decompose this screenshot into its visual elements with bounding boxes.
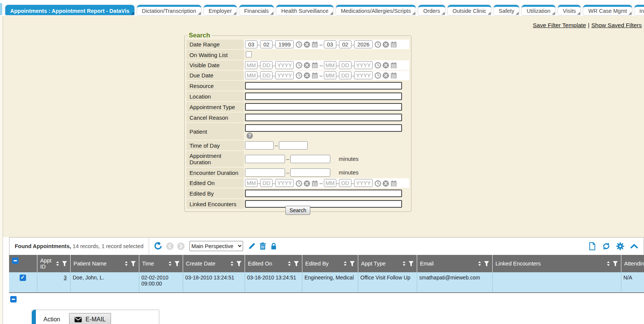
- column-header-edited-by[interactable]: Edited By: [302, 255, 358, 273]
- cancel-reason-input[interactable]: [245, 114, 402, 121]
- column-header-create-date[interactable]: Create Date: [183, 255, 245, 273]
- resource-input[interactable]: [245, 82, 402, 89]
- column-header-attending[interactable]: Attending: [621, 255, 644, 273]
- edited-by-input[interactable]: [245, 190, 402, 197]
- to-month-input[interactable]: [324, 71, 336, 79]
- tab-dictation-transcription[interactable]: Dictation/Transcription: [137, 5, 201, 15]
- tab-wr-case-mgmt[interactable]: WR Case Mgmt: [583, 5, 632, 15]
- clock-icon[interactable]: [296, 62, 302, 69]
- calendar-icon[interactable]: [311, 180, 318, 187]
- duration-max-input[interactable]: [290, 168, 330, 177]
- filter-icon[interactable]: [131, 261, 136, 267]
- calendar-icon[interactable]: [390, 72, 397, 79]
- from-month-input[interactable]: [245, 179, 257, 187]
- delete-icon[interactable]: [259, 242, 267, 250]
- from-year-input[interactable]: [275, 179, 294, 187]
- column-header-linked-encounters[interactable]: Linked Encounters: [492, 255, 621, 273]
- clear-icon[interactable]: [382, 180, 389, 187]
- time-to-input[interactable]: [279, 141, 308, 150]
- patient-input[interactable]: [245, 124, 402, 132]
- sort-icon[interactable]: [478, 261, 482, 267]
- tab-appointments[interactable]: Appointments : Appointment Report - Data…: [5, 5, 134, 15]
- appt-id-link[interactable]: 3: [40, 275, 68, 281]
- sort-icon[interactable]: [343, 261, 347, 267]
- filter-icon[interactable]: [236, 261, 242, 267]
- sort-icon[interactable]: [168, 261, 172, 267]
- column-header-appt-type[interactable]: Appt Type: [358, 255, 417, 273]
- from-day-input[interactable]: [260, 61, 273, 69]
- tab-orders[interactable]: Orders: [418, 5, 445, 15]
- clear-icon[interactable]: [304, 180, 310, 187]
- new-document-icon[interactable]: [588, 242, 596, 250]
- column-header-email[interactable]: Email: [417, 255, 492, 273]
- calendar-icon[interactable]: [311, 72, 318, 79]
- clear-icon[interactable]: [382, 62, 389, 69]
- to-day-input[interactable]: [339, 71, 351, 79]
- tab-medications-allergies-scripts[interactable]: Medications/Allergies/Scripts: [336, 5, 416, 15]
- calendar-icon[interactable]: [311, 41, 318, 48]
- clear-icon[interactable]: [382, 41, 389, 48]
- from-day-input[interactable]: [260, 40, 273, 48]
- filter-icon[interactable]: [294, 261, 299, 267]
- clear-icon[interactable]: [304, 41, 310, 48]
- to-year-input[interactable]: [354, 71, 373, 79]
- calendar-icon[interactable]: [390, 62, 397, 69]
- on-waiting-list-checkbox[interactable]: [246, 51, 252, 57]
- clear-icon[interactable]: [304, 62, 310, 69]
- duration-min-input[interactable]: [245, 168, 285, 177]
- appointment-row[interactable]: 3 Doe, John, L. 02-02-2010 09:00:00 03-1…: [9, 272, 644, 293]
- clear-icon[interactable]: [382, 72, 389, 79]
- sort-icon[interactable]: [55, 261, 60, 267]
- tab-financials[interactable]: Financials: [239, 5, 274, 15]
- tab-industrial-hygiene[interactable]: Industrial Hygiene: [635, 5, 644, 15]
- settings-icon[interactable]: [616, 242, 624, 250]
- save-filter-template-link[interactable]: Save Filter Template: [533, 22, 586, 28]
- tab-utilization[interactable]: Utilization: [522, 5, 555, 15]
- time-from-input[interactable]: [245, 141, 274, 150]
- from-month-input[interactable]: [245, 40, 257, 48]
- from-year-input[interactable]: [275, 40, 294, 48]
- filter-icon[interactable]: [350, 261, 355, 267]
- from-year-input[interactable]: [275, 71, 294, 79]
- column-header-patient-name[interactable]: Patient Name: [70, 255, 139, 273]
- tab-safety[interactable]: Safety: [494, 5, 519, 15]
- clock-icon[interactable]: [374, 180, 381, 187]
- sort-icon[interactable]: [230, 261, 234, 267]
- sort-icon[interactable]: [402, 261, 406, 267]
- perspective-select[interactable]: Main Perspective: [190, 241, 243, 251]
- clear-icon[interactable]: [304, 72, 310, 79]
- column-header-appt-id[interactable]: Appt ID: [37, 255, 70, 273]
- sort-icon[interactable]: [124, 261, 128, 267]
- filter-icon[interactable]: [62, 261, 67, 267]
- lock-icon[interactable]: [270, 242, 277, 250]
- clock-icon[interactable]: [374, 41, 381, 48]
- sort-icon[interactable]: [606, 261, 610, 267]
- from-month-input[interactable]: [245, 61, 257, 69]
- sort-icon[interactable]: [287, 261, 291, 267]
- email-button[interactable]: E-MAIL: [69, 313, 111, 324]
- from-day-input[interactable]: [260, 179, 273, 187]
- tab-visits[interactable]: Visits: [558, 5, 581, 15]
- refresh-icon[interactable]: [602, 242, 610, 250]
- to-day-input[interactable]: [339, 40, 351, 48]
- calendar-icon[interactable]: [390, 41, 397, 48]
- to-year-input[interactable]: [354, 40, 373, 48]
- to-month-input[interactable]: [324, 61, 336, 69]
- back-icon[interactable]: [166, 242, 174, 250]
- to-year-input[interactable]: [354, 179, 373, 187]
- calendar-icon[interactable]: [390, 180, 397, 187]
- forward-icon[interactable]: [177, 242, 185, 250]
- column-header-edited-on[interactable]: Edited On: [245, 255, 302, 273]
- tab-outside-clinic[interactable]: Outside Clinic: [448, 5, 491, 15]
- search-button[interactable]: Search: [285, 206, 310, 215]
- select-all-checkbox[interactable]: [12, 258, 18, 264]
- collapse-icon[interactable]: [630, 243, 638, 249]
- clock-icon[interactable]: [374, 72, 381, 79]
- edit-icon[interactable]: [248, 242, 256, 250]
- filter-icon[interactable]: [174, 261, 180, 267]
- calendar-icon[interactable]: [311, 62, 318, 69]
- collapse-row-actions-button[interactable]: [10, 296, 17, 302]
- tab-employer[interactable]: Employer: [204, 5, 237, 15]
- help-icon[interactable]: [247, 133, 253, 139]
- duration-min-input[interactable]: [245, 155, 285, 163]
